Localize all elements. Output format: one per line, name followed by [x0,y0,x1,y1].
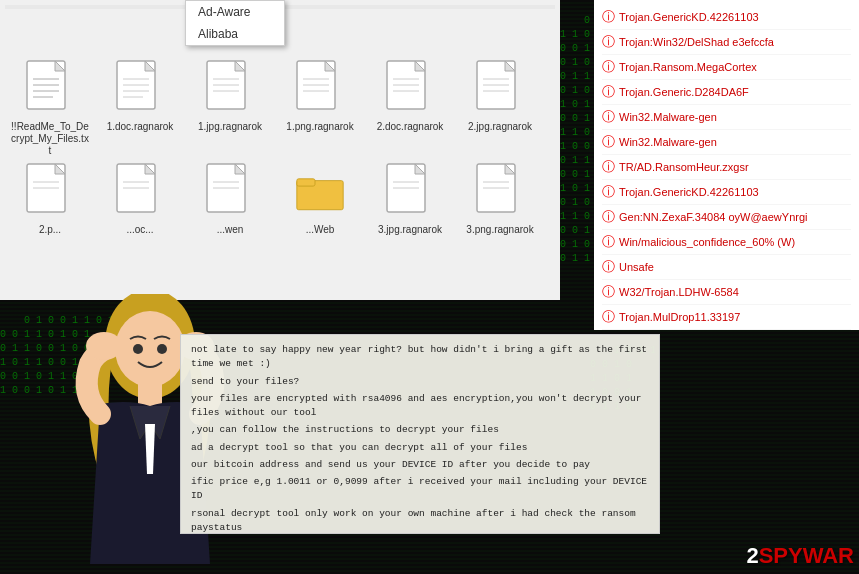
file-name-1png: 1.png.ragnarok [286,121,353,133]
virus-item-8: ⓘ Gen:NN.ZexaF.34084 oyW@aewYnrgi [602,205,851,230]
virus-warning-icon-1: ⓘ [602,33,615,51]
virus-item-6: ⓘ TR/AD.RansomHeur.zxgsr [602,155,851,180]
virus-item-7: ⓘ Trojan.GenericKD.42261103 [602,180,851,205]
dropdown-item-adaware[interactable]: Ad-Aware [186,1,284,23]
file-item-2jpg[interactable]: 2.jpg.ragnarok [460,59,540,157]
dropdown-item-alibaba[interactable]: Alibaba [186,23,284,45]
file-name-2doc: 2.doc.ragnarok [377,121,444,133]
file-item-2p[interactable]: 2.p... [10,162,90,236]
file-name-3jpg: 3.jpg.ragnarok [378,224,442,236]
doc-file-icon-3 [25,162,75,222]
virus-warning-icon-2: ⓘ [602,58,615,76]
file-item-1doc[interactable]: 1.doc.ragnarok [100,59,180,157]
virus-name-9: Win/malicious_confidence_60% (W) [619,236,795,248]
virus-item-4: ⓘ Win32.Malware-gen [602,105,851,130]
jpg-file-icon-1 [205,59,255,119]
virus-name-12: Trojan.MulDrop11.33197 [619,311,740,323]
ransom-line-1: send to your files? [191,375,649,389]
svg-rect-45 [297,179,315,186]
virus-name-0: Trojan.GenericKD.42261103 [619,11,759,23]
file-name-2p: 2.p... [39,224,61,236]
file-name-1doc: 1.doc.ragnarok [107,121,174,133]
virus-warning-icon-5: ⓘ [602,133,615,151]
dropdown-menu[interactable]: Ad-Aware Alibaba [185,0,285,46]
txt-file-icon [25,59,75,119]
virus-name-10: Unsafe [619,261,654,273]
file-item-doc-oc[interactable]: ...oc... [100,162,180,236]
png-file-icon-3 [475,162,525,222]
file-name-doc-oc: ...oc... [126,224,153,236]
virus-warning-icon-8: ⓘ [602,208,615,226]
png-file-icon-1 [295,59,345,119]
virus-item-11: ⓘ W32/Trojan.LDHW-6584 [602,280,851,305]
virus-name-3: Trojan.Generic.D284DA6F [619,86,749,98]
file-item-2doc[interactable]: 2.doc.ragnarok [370,59,450,157]
virus-item-3: ⓘ Trojan.Generic.D284DA6F [602,80,851,105]
ransom-line-5: our bitcoin address and send us your DEV… [191,458,649,472]
file-item-wen[interactable]: ...wen [190,162,270,236]
virus-warning-icon-10: ⓘ [602,258,615,276]
virus-name-5: Win32.Malware-gen [619,136,717,148]
ransom-line-7: rsonal decrypt tool only work on your ow… [191,507,649,535]
jpg-file-icon-3 [385,162,435,222]
virus-warning-icon-6: ⓘ [602,158,615,176]
watermark-suffix: SPYWAR [759,543,854,568]
virus-item-5: ⓘ Win32.Malware-gen [602,130,851,155]
virus-warning-icon-3: ⓘ [602,83,615,101]
ransom-line-3: ,you can follow the instructions to decr… [191,423,649,437]
watermark-prefix: 2 [746,543,758,568]
doc-file-icon-2 [385,59,435,119]
ransom-line-6: ific price e,g 1.0011 or 0,9099 after i … [191,475,649,504]
folder-icon [295,162,345,222]
virus-name-7: Trojan.GenericKD.42261103 [619,186,759,198]
doc-file-icon-1 [115,59,165,119]
virus-warning-icon-7: ⓘ [602,183,615,201]
virus-item-9: ⓘ Win/malicious_confidence_60% (W) [602,230,851,255]
ransom-line-0: not late to say happy new year right? bu… [191,343,649,372]
file-explorer: Ad-Aware Alibaba !!ReadMe_To_Decrypt_My_… [0,0,560,300]
virus-item-10: ⓘ Unsafe [602,255,851,280]
file-grid: !!ReadMe_To_Decrypt_My_Files.txt 1.doc.r… [5,54,555,241]
svg-point-57 [86,332,122,360]
doc-file-icon-4 [115,162,165,222]
virus-name-2: Trojan.Ransom.MegaCortex [619,61,757,73]
virus-item-1: ⓘ Trojan:Win32/DelShad e3efccfa [602,30,851,55]
file-name-3png: 3.png.ragnarok [466,224,533,236]
virus-name-4: Win32.Malware-gen [619,111,717,123]
file-item-readme[interactable]: !!ReadMe_To_Decrypt_My_Files.txt [10,59,90,157]
txt-file-icon-2 [205,162,255,222]
svg-rect-56 [138,382,162,407]
svg-point-60 [157,344,167,354]
virus-name-11: W32/Trojan.LDHW-6584 [619,286,739,298]
svg-point-55 [115,311,185,387]
file-item-1png[interactable]: 1.png.ragnarok [280,59,360,157]
virus-name-1: Trojan:Win32/DelShad e3efccfa [619,36,774,48]
file-name-1jpg: 1.jpg.ragnarok [198,121,262,133]
ransom-text-content: not late to say happy new year right? bu… [191,343,649,534]
ransom-line-2: your files are encrypted with rsa4096 an… [191,392,649,421]
virus-item-12: ⓘ Trojan.MulDrop11.33197 [602,305,851,330]
virus-item-0: ⓘ Trojan.GenericKD.42261103 [602,5,851,30]
svg-point-59 [133,344,143,354]
file-name-2jpg: 2.jpg.ragnarok [468,121,532,133]
file-item-web[interactable]: ...Web [280,162,360,236]
spywar-watermark: 2SPYWAR [746,543,854,569]
virus-name-8: Gen:NN.ZexaF.34084 oyW@aewYnrgi [619,211,807,223]
jpg-file-icon-2 [475,59,525,119]
ransom-line-4: ad a decrypt tool so that you can decryp… [191,441,649,455]
file-name-wen: ...wen [217,224,244,236]
file-name-web: ...Web [306,224,335,236]
virus-warning-icon-4: ⓘ [602,108,615,126]
virus-warning-icon-9: ⓘ [602,233,615,251]
file-item-3jpg[interactable]: 3.jpg.ragnarok [370,162,450,236]
virus-warning-icon-11: ⓘ [602,283,615,301]
virus-item-2: ⓘ Trojan.Ransom.MegaCortex [602,55,851,80]
virus-warning-icon-0: ⓘ [602,8,615,26]
ransom-note: not late to say happy new year right? bu… [180,334,660,534]
file-item-3png[interactable]: 3.png.ragnarok [460,162,540,236]
virus-detection-list: ⓘ Trojan.GenericKD.42261103 ⓘ Trojan:Win… [594,0,859,330]
file-item-1jpg[interactable]: 1.jpg.ragnarok [190,59,270,157]
virus-name-6: TR/AD.RansomHeur.zxgsr [619,161,749,173]
file-name-readme: !!ReadMe_To_Decrypt_My_Files.txt [10,121,90,157]
virus-warning-icon-12: ⓘ [602,308,615,326]
